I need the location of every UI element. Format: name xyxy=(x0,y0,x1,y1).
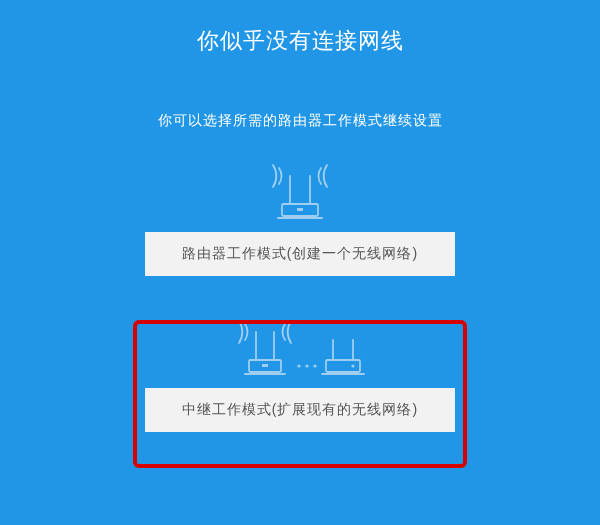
svg-point-12 xyxy=(313,364,316,367)
svg-rect-15 xyxy=(326,360,360,372)
page-title: 你似乎没有连接网线 xyxy=(197,26,404,56)
page-subtitle: 你可以选择所需的路由器工作模式继续设置 xyxy=(158,112,443,130)
svg-point-11 xyxy=(305,364,308,367)
page-container: 你似乎没有连接网线 你可以选择所需的路由器工作模式继续设置 xyxy=(0,0,600,432)
relay-icon xyxy=(215,320,385,378)
router-mode-button[interactable]: 路由器工作模式(创建一个无线网络) xyxy=(145,232,455,276)
relay-mode-button[interactable]: 中继工作模式(扩展现有的无线网络) xyxy=(145,388,455,432)
svg-rect-8 xyxy=(262,364,268,367)
router-icon xyxy=(245,164,355,222)
svg-point-16 xyxy=(351,364,354,367)
svg-point-10 xyxy=(297,364,300,367)
svg-rect-3 xyxy=(297,208,303,211)
relay-mode-group: 中继工作模式(扩展现有的无线网络) xyxy=(145,320,455,432)
router-mode-group: 路由器工作模式(创建一个无线网络) xyxy=(145,164,455,276)
